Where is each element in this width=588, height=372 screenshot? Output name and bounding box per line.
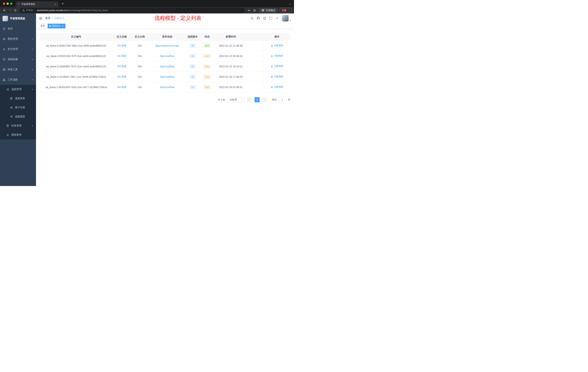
tags-view: 首页流程定义× bbox=[36, 23, 294, 29]
breadcrumb-current: 流程定义 bbox=[54, 17, 64, 20]
form-link[interactable]: /bpm/oa/flow bbox=[160, 55, 174, 57]
status-tag: 挂起 bbox=[203, 75, 211, 79]
help-icon[interactable]: ? bbox=[263, 17, 266, 20]
tab-close-icon[interactable]: × bbox=[54, 3, 57, 6]
sidebar-item-3[interactable]: 基础设施 bbox=[0, 54, 36, 65]
close-window-button[interactable] bbox=[3, 2, 5, 5]
tag-active[interactable]: 流程定义× bbox=[48, 24, 65, 28]
definition-table: 定义编号定义名称定义分类表单信息流程版本状态部署时间操作 oa_leave:5:… bbox=[40, 33, 290, 92]
update-button[interactable]: 更新 ⋮ bbox=[279, 8, 292, 13]
page-title: 流程模型 - 定义列表 bbox=[155, 13, 201, 23]
spacer-cell bbox=[247, 72, 263, 82]
breadcrumb-home[interactable]: 首页 bbox=[45, 17, 50, 20]
sidebar-item-2[interactable]: ¥支付管理 bbox=[0, 44, 36, 54]
sidebar-item-11[interactable]: 请假查询 bbox=[0, 130, 36, 139]
form-info-cell: /bpm/oa/flow bbox=[149, 51, 186, 61]
person-icon bbox=[6, 134, 9, 136]
sidebar-item-label: 首页 bbox=[8, 27, 13, 30]
tag-close-icon[interactable]: × bbox=[61, 25, 64, 27]
definition-name-link[interactable]: OA 请假 bbox=[117, 65, 126, 68]
navbar-actions: ? tT bbox=[251, 15, 291, 22]
form-info-cell: /bpm/oa/flow bbox=[149, 61, 186, 72]
status-tag: 激活 bbox=[203, 44, 211, 48]
form-link[interactable]: /bpm/oa/leave/create bbox=[155, 44, 179, 47]
not-secure-warning-icon bbox=[22, 9, 25, 12]
github-icon[interactable] bbox=[257, 17, 260, 20]
chevron-down-icon bbox=[32, 58, 33, 60]
page-size-select[interactable]: 10条/页 bbox=[228, 97, 245, 102]
assign-rule-link[interactable]: 分配规则 bbox=[271, 75, 283, 78]
status-cell: 挂起 bbox=[200, 61, 215, 72]
sidebar-item-5[interactable]: 工作流程 bbox=[0, 75, 36, 85]
bookmark-star-icon[interactable] bbox=[252, 8, 257, 13]
fullscreen-icon[interactable] bbox=[269, 17, 272, 20]
form-link[interactable]: /bpm/oa/flow bbox=[160, 86, 174, 89]
sidebar-item-0[interactable]: 首页 bbox=[0, 24, 36, 34]
svg-text:?: ? bbox=[264, 17, 265, 19]
user-group-icon bbox=[10, 106, 13, 109]
password-key-icon[interactable] bbox=[247, 8, 252, 13]
form-link[interactable]: /bpm/oa/flow bbox=[160, 75, 174, 78]
sidebar-item-1[interactable]: 系统管理 bbox=[0, 34, 36, 44]
sidebar-item-4[interactable]: 研发工具 bbox=[0, 65, 36, 75]
table-row: oa_leave:4:991f2193-7b7f-11ec-a3c8-acde4… bbox=[40, 51, 290, 61]
sidebar-item-label: 请假查询 bbox=[11, 133, 21, 136]
deploy-time-cell: 2022-01-22 21:48:38 bbox=[215, 40, 247, 51]
app-logo[interactable]: 芋道管理系统 bbox=[0, 13, 36, 24]
search-icon[interactable] bbox=[251, 17, 254, 20]
definition-name-link[interactable]: OA 请假 bbox=[117, 44, 126, 47]
sidebar-item-7[interactable]: 流程表单 bbox=[0, 94, 36, 103]
omnibox-divider bbox=[35, 9, 35, 12]
status-tag: 挂起 bbox=[203, 54, 211, 58]
goto-page-input[interactable] bbox=[279, 97, 286, 102]
zoom-window-button[interactable] bbox=[10, 2, 12, 5]
new-tab-button[interactable]: + bbox=[60, 1, 65, 6]
page-number-button[interactable]: 1 bbox=[254, 97, 260, 102]
page-unit-label: 页 bbox=[288, 98, 290, 101]
definition-id: oa_leave:5:004b710b-7b8a-11ec-8ef0-acde4… bbox=[46, 44, 106, 47]
next-page-button[interactable] bbox=[262, 97, 267, 102]
address-bar[interactable]: 不安全 dashboard.yudao.iocoder.cn/bpm/manag… bbox=[20, 8, 245, 13]
definition-name-link[interactable]: OA 请假 bbox=[117, 75, 126, 78]
chevron-up-icon bbox=[32, 79, 33, 81]
tab-search-chevron-icon[interactable] bbox=[289, 3, 291, 5]
tag-item[interactable]: 首页 bbox=[39, 24, 47, 28]
sidebar-item-8[interactable]: 用户分组 bbox=[0, 103, 36, 112]
form-icon bbox=[10, 97, 13, 100]
back-button[interactable] bbox=[2, 8, 7, 13]
assign-rule-link[interactable]: 分配规则 bbox=[271, 85, 283, 89]
assign-rule-link[interactable]: 分配规则 bbox=[271, 44, 283, 47]
url-text: dashboard.yudao.iocoder.cn/bpm/manager/d… bbox=[37, 9, 108, 12]
minimize-window-button[interactable] bbox=[7, 2, 9, 5]
definition-id: oa_leave:3:1fad3d93-7b75-11ec-a3c8-acde4… bbox=[46, 65, 106, 68]
browser-menu-icon[interactable]: ⋮ bbox=[288, 9, 291, 12]
user-avatar[interactable] bbox=[282, 15, 291, 22]
deploy-time: 2022-01-22 20:34:10 bbox=[219, 55, 242, 57]
svg-text:T: T bbox=[277, 17, 278, 20]
tag-dot bbox=[49, 25, 51, 27]
sidebar-item-label: 流程管理 bbox=[11, 88, 21, 91]
assign-rule-link[interactable]: 分配规则 bbox=[271, 54, 283, 57]
operation-cell: 分配规则 bbox=[263, 51, 290, 61]
assign-rule-link[interactable]: 分配规则 bbox=[271, 65, 283, 68]
deploy-time-cell: 2022-01-16 01:40:51 bbox=[215, 82, 247, 92]
prev-page-button[interactable] bbox=[247, 97, 252, 102]
font-size-icon[interactable]: tT bbox=[275, 17, 279, 20]
reload-button[interactable] bbox=[13, 8, 18, 13]
hamburger-icon[interactable] bbox=[39, 17, 42, 20]
definition-category-cell: OA bbox=[131, 51, 149, 61]
definition-name-link[interactable]: OA 请假 bbox=[117, 55, 126, 57]
sidebar-item-9[interactable]: 流程模型 bbox=[0, 112, 36, 121]
browser-window: 芋道管理系统 × + 不安全 dashboard.yudao.iocoder.c… bbox=[0, 0, 294, 186]
forward-button[interactable] bbox=[7, 8, 12, 13]
definition-category-cell: OA bbox=[131, 61, 149, 72]
form-link[interactable]: /bpm/oa/flow bbox=[160, 65, 174, 68]
table-row: oa_leave:1:482ec033-762a-11ec-8477-a2380… bbox=[40, 82, 290, 92]
sidebar-item-10[interactable]: 任务管理 bbox=[0, 121, 36, 130]
browser-tab[interactable]: 芋道管理系统 × bbox=[16, 1, 59, 7]
user-icon bbox=[271, 86, 273, 88]
definition-name-link[interactable]: OA 请假 bbox=[117, 86, 126, 88]
sidebar-item-label: 研发工具 bbox=[8, 68, 18, 71]
tab-strip: 芋道管理系统 × + bbox=[0, 0, 294, 7]
sidebar-item-6[interactable]: 流程管理 bbox=[0, 85, 36, 94]
